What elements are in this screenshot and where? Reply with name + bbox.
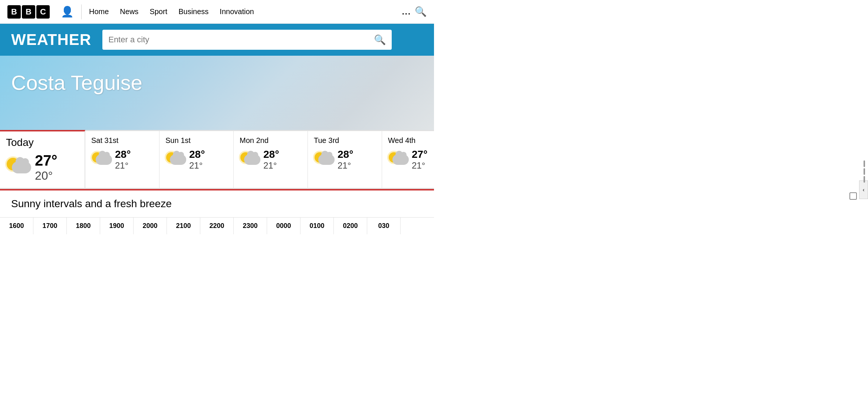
cloud-icon [96,154,112,165]
hourly-2100: 2100 [167,218,200,234]
nav-item-home[interactable]: Home [89,7,109,16]
sun-low-temp: 21° [189,160,205,171]
tue-high-temp: 28° [338,149,353,160]
nav-link-innovation[interactable]: Innovation [220,7,254,16]
location-name: Costa Teguise [11,71,423,95]
nav-item-sport[interactable]: Sport [149,7,167,16]
nav-link-business[interactable]: Business [178,7,208,16]
weather-header: WEATHER 🔍 [0,24,434,56]
hourly-1700: 1700 [33,218,67,234]
hourly-1800: 1800 [67,218,100,234]
hourly-2200: 2200 [200,218,234,234]
bbc-logo[interactable]: B B C [7,5,50,19]
nav-item-innovation[interactable]: Innovation [220,7,254,16]
bbc-b1: B [7,5,21,19]
sun-high-temp: 28° [189,149,205,160]
hourly-0000: 0000 [267,218,300,234]
mon-high-temp: 28° [263,149,279,160]
today-low-temp: 20° [35,169,57,183]
wed-high-temp: 27° [412,149,427,160]
nav-divider [81,4,82,19]
sat-low-temp: 21° [115,160,131,171]
hourly-2300: 2300 [234,218,267,234]
wed-label: Wed 4th [388,136,434,145]
more-menu-button[interactable]: ... [402,7,411,17]
today-weather-icon [6,162,31,173]
nav-links: Home News Sport Business Innovation [89,7,254,16]
top-navigation: B B C 👤 Home News Sport Business Innovat… [0,0,434,24]
forecast-day-tue[interactable]: Tue 3rd 28° 21° [308,130,382,188]
city-search-input[interactable] [108,35,374,45]
user-icon[interactable]: 👤 [61,6,74,18]
weather-description: Sunny intervals and a fresh breeze [0,190,434,217]
hourly-2000: 2000 [134,218,167,234]
sun-label: Sun 1st [165,136,227,145]
sat-label: Sat 31st [91,136,153,145]
tue-weather-icon [314,154,335,165]
bbc-b2: B [22,5,35,19]
hourly-0100: 0100 [300,218,334,234]
nav-item-business[interactable]: Business [178,7,208,16]
mon-weather-icon [240,154,260,165]
mon-low-temp: 21° [263,160,279,171]
forecast-day-mon[interactable]: Mon 2nd 28° 21° [234,130,308,188]
wed-weather-icon [388,154,409,165]
today-label: Today [6,137,79,149]
city-search-button[interactable]: 🔍 [374,34,386,46]
today-temps: 27° 20° [35,152,57,183]
tue-low-temp: 21° [338,160,353,171]
nav-link-home[interactable]: Home [89,7,109,16]
wed-low-temp: 21° [412,160,427,171]
weather-title: WEATHER [11,31,91,49]
cloud-icon [12,162,31,173]
hourly-030: 030 [367,218,401,234]
nav-link-news[interactable]: News [120,7,138,16]
cloud-icon [244,154,260,165]
forecast-day-sun[interactable]: Sun 1st 28° 21° [160,130,234,188]
cloud-icon [318,154,335,165]
forecast-row: Today 27° 20° Sat 31st [0,130,434,189]
mon-label: Mon 2nd [240,136,302,145]
forecast-container: Today 27° 20° Sat 31st [0,130,434,190]
tue-label: Tue 3rd [314,136,376,145]
forecast-day-today[interactable]: Today 27° 20° [0,130,85,188]
forecast-day-wed[interactable]: Wed 4th 27° 21° [382,130,434,188]
city-search-box[interactable]: 🔍 [102,30,392,50]
nav-item-news[interactable]: News [120,7,138,16]
hourly-1600: 1600 [0,218,33,234]
sun-weather-icon [165,154,186,165]
nav-link-sport[interactable]: Sport [149,7,167,16]
forecast-day-sat[interactable]: Sat 31st 28° 21° [85,130,160,188]
sat-weather-icon [91,154,112,165]
cloud-icon [170,154,186,165]
hourly-row: 1600 1700 1800 1900 2000 2100 2200 2300 … [0,217,434,234]
search-icon[interactable]: 🔍 [415,6,427,17]
today-high-temp: 27° [35,152,57,169]
sat-high-temp: 28° [115,149,131,160]
cloud-icon [392,154,409,165]
hourly-0200: 0200 [334,218,367,234]
location-hero: Costa Teguise [0,56,434,130]
hourly-1900: 1900 [100,218,134,234]
bbc-c: C [36,5,50,19]
